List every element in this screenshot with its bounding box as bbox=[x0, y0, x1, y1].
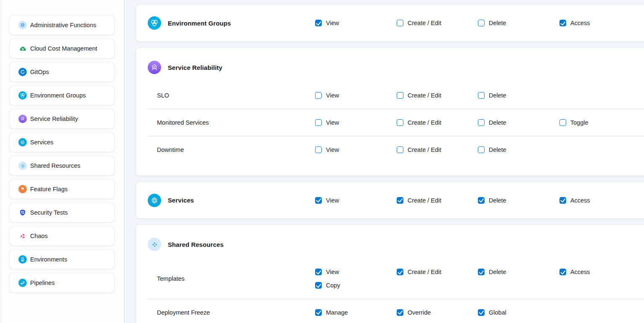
permission-delete[interactable]: Delete bbox=[478, 92, 506, 99]
permission-view[interactable]: View bbox=[315, 197, 339, 204]
sidebar-item-label: Pipelines bbox=[30, 279, 55, 286]
shared-resources-icon bbox=[148, 238, 161, 251]
permission-row-templates: TemplatesViewCreate / EditDeleteAccessCo… bbox=[136, 259, 644, 299]
checkbox-checked[interactable] bbox=[315, 269, 322, 275]
permission-label: Override bbox=[408, 309, 431, 316]
resource-nav-list: ⚙Administrative Functions$Cloud Cost Man… bbox=[0, 0, 124, 292]
section-head: Shared Resources bbox=[148, 238, 223, 251]
app-root: ⚙Administrative Functions$Cloud Cost Man… bbox=[0, 0, 644, 323]
section-service-reliability: Service ReliabilitySLOViewCreate / EditD… bbox=[136, 48, 644, 176]
permission-copy[interactable]: Copy bbox=[315, 282, 340, 289]
permission-access[interactable]: Access bbox=[559, 20, 590, 26]
permission-delete[interactable]: Delete bbox=[478, 146, 506, 153]
checkbox-checked[interactable] bbox=[559, 20, 566, 26]
permission-label: Create / Edit bbox=[408, 92, 441, 99]
sidebar-item-services[interactable]: Services bbox=[10, 133, 114, 152]
checkbox-checked[interactable] bbox=[478, 309, 485, 316]
checkbox-checked[interactable] bbox=[315, 282, 322, 289]
sidebar-item-pipelines[interactable]: Pipelines bbox=[10, 273, 114, 292]
section-services: ServicesViewCreate / EditDeleteAccess bbox=[136, 182, 644, 218]
permission-create-edit[interactable]: Create / Edit bbox=[397, 146, 441, 153]
checkbox-checked[interactable] bbox=[478, 269, 485, 275]
checkbox-unchecked[interactable] bbox=[315, 92, 322, 99]
sidebar-item-label: GitOps bbox=[30, 69, 49, 75]
sidebar-item-environment-groups[interactable]: Environment Groups bbox=[10, 86, 114, 105]
permission-delete[interactable]: Delete bbox=[478, 20, 506, 26]
section-head: Service Reliability bbox=[148, 61, 222, 74]
section-title: Environment Groups bbox=[168, 20, 231, 27]
checkbox-unchecked[interactable] bbox=[315, 146, 322, 153]
checkbox-checked[interactable] bbox=[397, 309, 403, 316]
permission-view[interactable]: View bbox=[315, 92, 339, 99]
permission-view[interactable]: View bbox=[315, 269, 339, 275]
sidebar-item-shared-resources[interactable]: Shared Resources bbox=[10, 156, 114, 175]
permission-view[interactable]: View bbox=[315, 146, 339, 153]
permission-delete[interactable]: Delete bbox=[478, 269, 506, 275]
checkbox-unchecked[interactable] bbox=[478, 20, 485, 26]
checkbox-checked[interactable] bbox=[397, 269, 403, 275]
permission-label: Create / Edit bbox=[408, 119, 441, 126]
permission-row-monitored-services: Monitored ServicesViewCreate / EditDelet… bbox=[136, 109, 644, 136]
checkbox-unchecked[interactable] bbox=[397, 20, 403, 26]
checkbox-checked[interactable] bbox=[559, 269, 566, 275]
sidebar-item-feature-flags[interactable]: ⚑Feature Flags bbox=[10, 179, 114, 199]
permission-label: Delete bbox=[489, 269, 506, 275]
permission-create-edit[interactable]: Create / Edit bbox=[397, 119, 441, 126]
permission-view[interactable]: View bbox=[315, 119, 339, 126]
environment-groups-icon bbox=[18, 91, 27, 100]
permission-rows: SLOViewCreate / EditDeleteMonitored Serv… bbox=[136, 82, 644, 163]
resource-label: Monitored Services bbox=[148, 119, 315, 126]
checkbox-unchecked[interactable] bbox=[559, 119, 566, 126]
sidebar-item-service-reliability[interactable]: Service Reliability bbox=[10, 109, 114, 128]
sidebar-item-cloud-cost-management[interactable]: $Cloud Cost Management bbox=[10, 39, 114, 58]
checkbox-unchecked[interactable] bbox=[478, 119, 485, 126]
sidebar-item-label: Environment Groups bbox=[30, 92, 86, 99]
permission-toggle[interactable]: Toggle bbox=[559, 119, 588, 126]
permission-access[interactable]: Access bbox=[559, 197, 590, 204]
checkbox-checked[interactable] bbox=[478, 197, 485, 204]
permission-override[interactable]: Override bbox=[397, 309, 431, 316]
checkbox-unchecked[interactable] bbox=[397, 92, 403, 99]
permission-row-slo: SLOViewCreate / EditDelete bbox=[136, 82, 644, 109]
sidebar-item-gitops[interactable]: GitOps bbox=[10, 62, 114, 82]
sidebar-item-administrative-functions[interactable]: ⚙Administrative Functions bbox=[10, 15, 114, 35]
checkbox-checked[interactable] bbox=[315, 20, 322, 26]
resource-label: Templates bbox=[148, 275, 315, 282]
permission-delete[interactable]: Delete bbox=[478, 197, 506, 204]
permission-label: Access bbox=[570, 20, 590, 26]
checkbox-unchecked[interactable] bbox=[478, 146, 485, 153]
section-title: Shared Resources bbox=[168, 241, 223, 248]
permission-create-edit[interactable]: Create / Edit bbox=[397, 269, 441, 275]
permission-label: Delete bbox=[489, 119, 506, 126]
checkbox-checked[interactable] bbox=[559, 197, 566, 204]
permission-global[interactable]: Global bbox=[478, 309, 506, 316]
sidebar-item-security-tests[interactable]: Security Tests bbox=[10, 203, 114, 222]
checkbox-unchecked[interactable] bbox=[397, 146, 403, 153]
sidebar-item-label: Feature Flags bbox=[30, 186, 67, 192]
sidebar-item-label: Administrative Functions bbox=[30, 22, 96, 28]
permission-create-edit[interactable]: Create / Edit bbox=[397, 92, 441, 99]
permission-rows: TemplatesViewCreate / EditDeleteAccessCo… bbox=[136, 259, 644, 323]
permission-create-edit[interactable]: Create / Edit bbox=[397, 197, 441, 204]
cloud-dollar-icon: $ bbox=[18, 44, 27, 53]
section-environment-groups: Environment GroupsViewCreate / EditDelet… bbox=[136, 5, 644, 41]
security-tests-icon bbox=[18, 208, 27, 217]
checkbox-unchecked[interactable] bbox=[478, 92, 485, 99]
sidebar-item-environments[interactable]: Environments bbox=[10, 250, 114, 269]
permission-view[interactable]: View bbox=[315, 20, 339, 26]
sidebar-item-chaos[interactable]: Chaos bbox=[10, 226, 114, 246]
permission-label: Create / Edit bbox=[408, 20, 441, 26]
permission-label: Global bbox=[489, 309, 506, 316]
permission-create-edit[interactable]: Create / Edit bbox=[397, 20, 441, 26]
service-reliability-icon bbox=[18, 115, 27, 123]
checkbox-unchecked[interactable] bbox=[397, 119, 403, 126]
resources-sidebar: ⚙Administrative Functions$Cloud Cost Man… bbox=[0, 0, 124, 323]
checkbox-checked[interactable] bbox=[397, 197, 403, 204]
checkbox-checked[interactable] bbox=[315, 309, 322, 316]
checkbox-unchecked[interactable] bbox=[315, 119, 322, 126]
permission-manage[interactable]: Manage bbox=[315, 309, 348, 316]
checkbox-checked[interactable] bbox=[315, 197, 322, 204]
services-icon bbox=[18, 138, 27, 146]
permission-access[interactable]: Access bbox=[559, 269, 590, 275]
permission-delete[interactable]: Delete bbox=[478, 119, 506, 126]
